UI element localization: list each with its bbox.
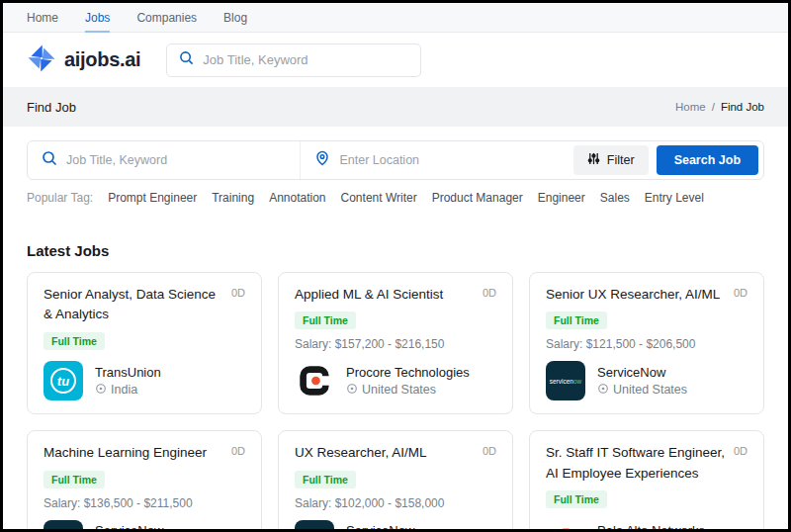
header-search-box[interactable] [166,44,421,77]
location-pin-icon [314,150,330,170]
company-row: servicenow ServiceNow United States [44,510,245,532]
breadcrumb-separator: / [712,101,715,113]
company-name: ServiceNow [95,523,185,532]
job-days-badge: 0D [231,285,245,325]
job-days-badge: 0D [483,443,496,463]
job-days-badge: 0D [734,285,747,305]
servicenow-logo: servicenow [44,520,83,532]
breadcrumb-home[interactable]: Home [675,101,706,113]
job-cards-grid: Senior Analyst, Data Science & Analytics… [27,272,764,532]
tag-content-writer[interactable]: Content Writer [341,191,417,205]
pinwheel-logo-icon [27,44,56,77]
company-row: Palo Alto Networks United States [546,510,747,532]
job-type-badge: Full Time [546,311,607,329]
job-card[interactable]: Applied ML & AI Scientist 0D Full Time S… [278,272,513,414]
company-name: Procore Technologies [346,365,470,380]
location-pin-icon [95,383,107,398]
job-salary: Salary: $136,500 - $211,500 [44,496,245,510]
company-location: United States [613,383,687,397]
job-salary: Salary: $157,200 - $216,150 [295,337,496,351]
job-days-badge: 0D [231,443,245,463]
servicenow-logo: servicenow [546,361,585,400]
palo-alto-networks-logo [546,520,585,532]
company-name: Palo Alto Networks [597,523,705,532]
job-search-bar: Filter Search Job [27,140,764,180]
sliders-icon [587,152,600,168]
header-search-input[interactable] [203,52,408,67]
job-type-badge: Full Time [44,471,105,488]
nav-item-home[interactable]: Home [27,3,58,32]
nav-item-companies[interactable]: Companies [136,3,197,32]
popular-tags-label: Popular Tag: [27,191,93,205]
job-type-badge: Full Time [546,490,607,508]
latest-jobs-heading: Latest Jobs [27,242,764,259]
nav-item-jobs[interactable]: Jobs [85,3,110,32]
search-icon [42,150,57,170]
job-type-badge: Full Time [295,311,356,329]
transunion-logo-ring: tu [50,368,76,394]
brand-logo[interactable]: aijobs.ai [27,44,140,77]
location-pin-icon [346,383,358,398]
popular-tags-row: Popular Tag: Prompt Engineer Training An… [27,191,764,205]
job-days-badge: 0D [734,443,747,484]
breadcrumb: Home / Find Job [675,101,764,113]
job-card[interactable]: Senior Analyst, Data Science & Analytics… [27,272,262,414]
job-type-badge: Full Time [44,332,105,350]
procore-logo [295,361,334,400]
tag-training[interactable]: Training [212,191,254,205]
brand-name: aijobs.ai [64,48,140,71]
search-icon [179,50,194,69]
page-title: Find Job [27,100,76,115]
job-card[interactable]: Machine Learning Engineer 0D Full Time S… [27,430,262,532]
filter-button-label: Filter [607,153,635,167]
servicenow-logo-text-accent: ow [573,378,581,385]
job-title[interactable]: Senior UX Researcher, AI/ML [546,285,720,305]
job-days-badge: 0D [483,285,496,305]
company-location: United States [362,383,436,397]
company-name: TransUnion [95,365,161,380]
search-job-button[interactable]: Search Job [657,145,758,175]
tag-sales[interactable]: Sales [600,191,630,205]
company-row: Procore Technologies United States [295,351,496,400]
tag-product-manager[interactable]: Product Manager [432,191,523,205]
company-location: India [111,383,137,397]
job-title[interactable]: Machine Learning Engineer [44,443,207,463]
job-type-badge: Full Time [295,471,356,488]
nav-item-blog[interactable]: Blog [223,3,247,32]
job-title[interactable]: Applied ML & AI Scientist [295,285,443,305]
job-salary: Salary: $121,500 - $206,500 [546,337,747,351]
page-title-bar: Find Job Home / Find Job [3,87,788,127]
company-row: servicenow ServiceNow United States [295,510,496,532]
location-field[interactable] [301,141,572,179]
company-name: ServiceNow [346,523,436,532]
company-name: ServiceNow [597,365,687,380]
site-header: aijobs.ai [3,33,788,87]
browser-viewport: Home Jobs Companies Blog aijobs.ai [0,0,791,532]
keyword-input[interactable] [66,153,286,167]
company-row: servicenow ServiceNow United States [546,351,747,400]
latest-jobs-section: Latest Jobs Senior Analyst, Data Science… [3,205,788,532]
location-input[interactable] [339,153,559,167]
servicenow-logo: servicenow [295,520,334,532]
job-card[interactable]: Sr. Staff IT Software Engineer, AI Emplo… [529,430,764,532]
tag-prompt-engineer[interactable]: Prompt Engineer [108,191,197,205]
filter-button[interactable]: Filter [573,145,649,175]
tag-engineer[interactable]: Engineer [538,191,585,205]
keyword-field[interactable] [28,141,300,179]
tag-annotation[interactable]: Annotation [269,191,325,205]
location-pin-icon [597,383,609,398]
job-title[interactable]: Senior Analyst, Data Science & Analytics [44,285,223,325]
servicenow-logo-text: servicen [550,378,573,385]
top-navigation: Home Jobs Companies Blog [3,3,788,33]
tag-entry-level[interactable]: Entry Level [645,191,704,205]
job-title[interactable]: UX Researcher, AI/ML [295,443,427,463]
job-card[interactable]: Senior UX Researcher, AI/ML 0D Full Time… [529,272,764,414]
transunion-logo: tu [44,361,83,400]
job-card[interactable]: UX Researcher, AI/ML 0D Full Time Salary… [278,430,513,532]
job-salary: Salary: $102,000 - $158,000 [295,496,496,510]
company-row: tu TransUnion India [44,351,245,400]
job-title[interactable]: Sr. Staff IT Software Engineer, AI Emplo… [546,443,726,484]
breadcrumb-current: Find Job [721,101,764,113]
transunion-monogram: tu [57,374,69,389]
job-search-section: Filter Search Job Popular Tag: Prompt En… [3,127,788,205]
